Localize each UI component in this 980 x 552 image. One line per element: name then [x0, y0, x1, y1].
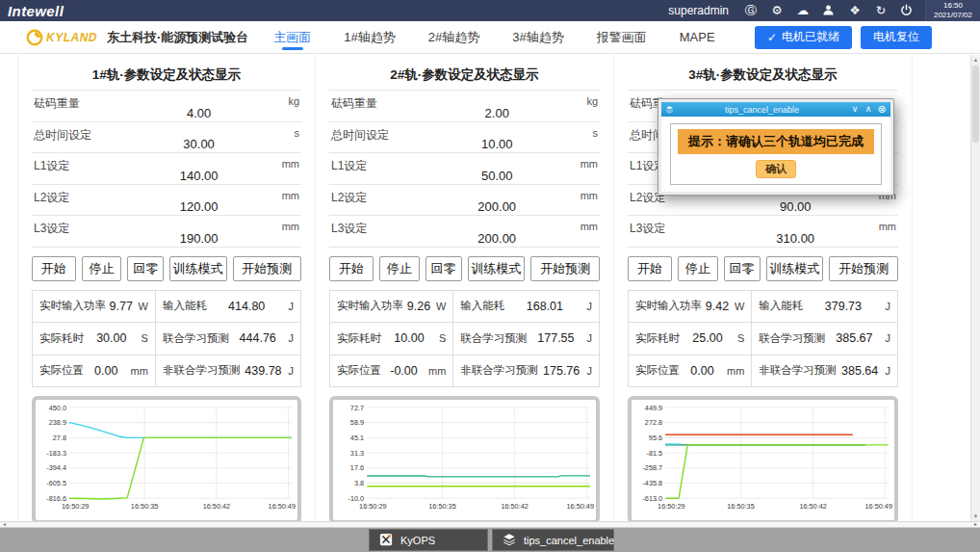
os-taskbar: KyOPStips_cancel_enable	[0, 528, 980, 552]
l2-setting-field[interactable]: 120.00	[177, 199, 221, 214]
training-mode-button[interactable]: 训练模式	[766, 256, 824, 281]
start-prediction-button[interactable]: 开始预测	[829, 256, 898, 281]
status-label: 联合学习预测	[460, 331, 527, 346]
clock: 16:50 2021/07/02	[925, 0, 980, 21]
start-button[interactable]: 开始	[32, 256, 76, 281]
clock-date: 2021/07/02	[926, 11, 980, 20]
training-mode-button[interactable]: 训练模式	[468, 256, 526, 281]
x-tick-label: 16:50:49	[269, 502, 296, 511]
scroll-left-arrow-icon[interactable]: ◄	[2, 521, 7, 527]
param-row-weight-field: 砝码重量2.00kg	[329, 91, 600, 122]
l3-setting-field[interactable]: 310.00	[773, 231, 817, 246]
param-label: L2设定	[331, 190, 367, 206]
tab-axis2-trend[interactable]: 2#轴趋势	[428, 21, 479, 53]
tips-dialog-window: tips_cancel_enable ∨ ∧ ⊗ 提示：请确认三个轨道均已完成 …	[658, 98, 894, 196]
start-prediction-button[interactable]: 开始预测	[233, 256, 301, 281]
status-label: 非联合学习预测	[163, 363, 241, 378]
status-unit: mm	[131, 365, 148, 377]
non-federated-learning-prediction: 非联合学习预测385.64J	[752, 355, 897, 387]
dialog-titlebar[interactable]: tips_cancel_enable ∨ ∧ ⊗	[661, 102, 890, 117]
l1-setting-field[interactable]: 140.00	[177, 169, 221, 183]
dialog-close-icon[interactable]: ⊗	[877, 104, 887, 115]
motor-reset-button[interactable]: 电机复位	[861, 26, 932, 49]
clock-time: 16:50	[926, 1, 980, 11]
control-buttons: 开始停止回零训练模式开始预测	[329, 256, 600, 281]
apps-icon[interactable]: ❖	[848, 4, 862, 17]
tab-mape[interactable]: MAPE	[680, 21, 715, 53]
x-tick-label: 16:50:29	[359, 502, 386, 511]
return-zero-button[interactable]: 回零	[724, 256, 761, 281]
power-icon[interactable]	[900, 4, 914, 17]
cloud-icon[interactable]: ☁	[796, 4, 810, 17]
y-tick-label: 272.8	[645, 418, 662, 427]
tab-main-screen[interactable]: 主画面	[273, 21, 311, 53]
x-tick-label: 16:50:35	[428, 502, 455, 511]
trend-chart-frame: 449.9272.895.6-81.5-258.7-435.8-613.016:…	[628, 396, 898, 524]
circle-g-icon[interactable]: Ⓖ	[744, 4, 758, 17]
total-time-field[interactable]: 30.00	[177, 137, 221, 151]
training-mode-button[interactable]: 训练模式	[169, 256, 227, 281]
dialog-minimize-button[interactable]: ∨	[850, 105, 860, 114]
status-value: 414.80	[207, 300, 287, 313]
param-label: L2设定	[34, 190, 69, 206]
scroll-up-arrow-icon[interactable]: ▲	[971, 57, 980, 63]
sync-icon[interactable]: ↻	[874, 4, 888, 17]
vertical-scrollbar[interactable]: ▲ ▼	[970, 55, 980, 521]
l2-setting-field[interactable]: 200.00	[475, 199, 519, 214]
tab-axis1-trend[interactable]: 1#轴趋势	[344, 21, 395, 53]
motor-ready-button[interactable]: ✓ 电机已就绪	[755, 26, 852, 49]
status-table: 实时输入功率9.42W输入能耗379.73J实际耗时25.00S联合学习预测38…	[628, 290, 898, 388]
status-unit: W	[735, 301, 744, 312]
l3-setting-field[interactable]: 190.00	[177, 231, 221, 246]
status-label: 实际位置	[635, 363, 680, 378]
start-button[interactable]: 开始	[628, 256, 672, 281]
stop-button[interactable]: 停止	[82, 256, 122, 281]
return-zero-button[interactable]: 回零	[127, 256, 164, 281]
status-unit: S	[142, 332, 148, 344]
trend-chart-frame: 450.0238.927.8-183.3-394.4-605.5-816.616…	[32, 396, 301, 524]
weight-field[interactable]: 4.00	[177, 106, 221, 120]
status-value: -0.00	[381, 364, 426, 378]
horizontal-scrollbar[interactable]: ◄ ►	[0, 521, 980, 528]
panel-title: 3#轨·参数设定及状态显示	[628, 55, 898, 85]
dialog-confirm-button[interactable]: 确认	[756, 160, 796, 178]
taskbar-item-kyops[interactable]: KyOPS	[369, 529, 488, 551]
vertical-scrollbar-thumb[interactable]	[972, 66, 979, 143]
dialog-message: 提示：请确认三个轨道均已完成	[678, 129, 874, 154]
dialog-maximize-button[interactable]: ∧	[864, 105, 873, 114]
stop-button[interactable]: 停止	[379, 256, 420, 281]
total-time-field[interactable]: 10.00	[475, 137, 519, 151]
return-zero-button[interactable]: 回零	[426, 256, 462, 281]
scroll-down-arrow-icon[interactable]: ▼	[971, 513, 980, 519]
start-button[interactable]: 开始	[329, 256, 374, 281]
param-label: L1设定	[34, 158, 69, 174]
status-value: 444.76	[229, 331, 287, 345]
realtime-input-power: 实时输入功率9.77W	[33, 291, 156, 323]
tab-alarm-screen[interactable]: 报警画面	[597, 21, 647, 53]
gear-icon[interactable]: ⚙	[770, 4, 784, 17]
motor-controls: ✓ 电机已就绪 电机复位	[755, 26, 932, 49]
status-value: 385.64	[837, 364, 884, 378]
status-value: 25.00	[680, 331, 735, 345]
l1-setting-field[interactable]: 50.00	[475, 169, 519, 183]
user-icon[interactable]	[822, 4, 836, 17]
stop-button[interactable]: 停止	[678, 256, 718, 281]
status-unit: J	[885, 301, 890, 312]
status-value: 0.00	[84, 364, 129, 378]
param-unit: mm	[282, 221, 299, 232]
param-row-total-time-field: 总时间设定30.00s	[32, 122, 301, 154]
param-unit: mm	[580, 190, 598, 201]
input-energy: 输入能耗379.73J	[752, 291, 897, 323]
status-unit: J	[885, 365, 890, 377]
x-tick-label: 16:50:42	[501, 502, 528, 511]
scroll-right-arrow-icon[interactable]: ►	[973, 521, 978, 527]
l3-setting-field[interactable]: 200.00	[475, 231, 519, 246]
param-label: L3设定	[630, 221, 665, 237]
start-prediction-button[interactable]: 开始预测	[530, 256, 600, 281]
tab-axis3-trend[interactable]: 3#轴趋势	[512, 21, 563, 53]
status-value: 439.78	[240, 364, 286, 378]
taskbar-item-tips-cancel-enable[interactable]: tips_cancel_enable	[492, 529, 614, 551]
param-row-total-time-field: 总时间设定10.00s	[329, 122, 600, 154]
l2-setting-field[interactable]: 90.00	[773, 199, 817, 214]
weight-field[interactable]: 2.00	[475, 106, 519, 120]
